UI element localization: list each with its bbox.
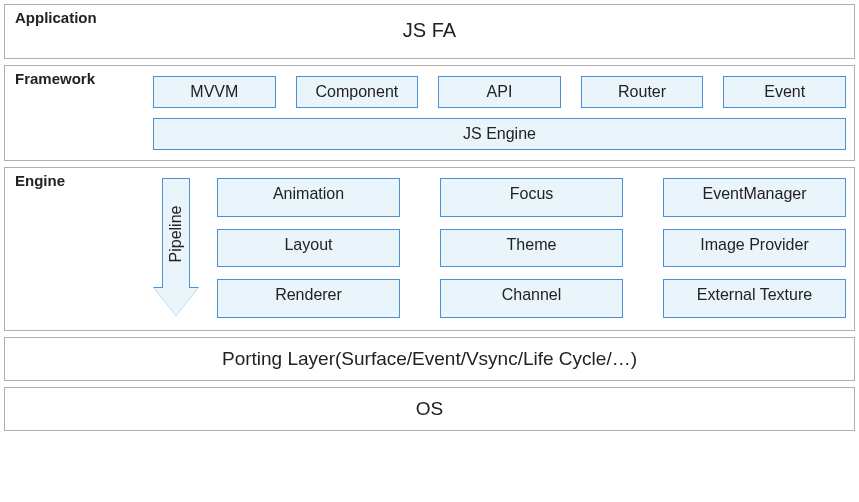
application-layer: Application JS FA [4, 4, 855, 59]
framework-box-api: API [438, 76, 561, 108]
framework-box-router: Router [581, 76, 704, 108]
framework-label: Framework [15, 70, 95, 87]
os-title: OS [416, 398, 443, 419]
engine-grid: Animation Focus EventManager Layout Them… [217, 178, 846, 318]
engine-box-channel: Channel [440, 279, 623, 318]
framework-box-event: Event [723, 76, 846, 108]
os-layer: OS [4, 387, 855, 431]
framework-row-top: MVVM Component API Router Event [153, 76, 846, 108]
porting-layer: Porting Layer(Surface/Event/Vsync/Life C… [4, 337, 855, 381]
engine-box-layout: Layout [217, 229, 400, 268]
engine-box-eventmanager: EventManager [663, 178, 846, 217]
framework-box-component: Component [296, 76, 419, 108]
engine-box-focus: Focus [440, 178, 623, 217]
engine-box-animation: Animation [217, 178, 400, 217]
application-label: Application [15, 9, 97, 26]
framework-row-bottom: JS Engine [153, 118, 846, 150]
application-title: JS FA [13, 11, 846, 50]
engine-box-renderer: Renderer [217, 279, 400, 318]
pipeline-label: Pipeline [167, 205, 185, 262]
engine-box-externaltexture: External Texture [663, 279, 846, 318]
engine-label: Engine [15, 172, 65, 189]
porting-layer-title: Porting Layer(Surface/Event/Vsync/Life C… [222, 348, 637, 369]
framework-box-mvvm: MVVM [153, 76, 276, 108]
pipeline-arrow-container: Pipeline [153, 178, 199, 318]
framework-layer: Framework MVVM Component API Router Even… [4, 65, 855, 161]
engine-box-theme: Theme [440, 229, 623, 268]
pipeline-arrow-icon: Pipeline [154, 178, 198, 318]
framework-box-jsengine: JS Engine [153, 118, 846, 150]
engine-box-imageprovider: Image Provider [663, 229, 846, 268]
engine-layer: Engine Pipeline Animation Focus EventMan… [4, 167, 855, 331]
